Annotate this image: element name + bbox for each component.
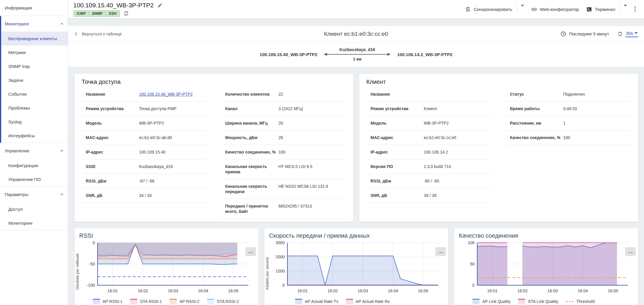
info-value: Точка доступа PMP <box>139 106 207 111</box>
svg-text:16:02: 16:02 <box>517 288 528 293</box>
info-value: 100.109.15.40 <box>139 149 207 155</box>
info-grid: НазваниеРежим устройстваКлиентМодельWB-3… <box>366 87 631 203</box>
sidebar-item-snmp-trap[interactable]: SNMP trap <box>1 59 68 73</box>
chevron-up-icon <box>60 22 64 26</box>
sidebar-item-проблемы[interactable]: Проблемы <box>1 101 68 115</box>
info-value: 39 / 39 <box>424 193 491 198</box>
svg-text:16:05: 16:05 <box>418 288 428 293</box>
more-menu-button[interactable] <box>632 4 639 14</box>
card-title: Точка доступа <box>82 79 346 85</box>
sidebar-item-метрики[interactable]: Метрики <box>1 45 68 59</box>
legend-item-ap-actual-rate-tx[interactable]: AP Actual Rate Tx <box>295 299 338 304</box>
sidebar-group-управление[interactable]: Управление <box>0 143 68 159</box>
ap-node-label[interactable]: 100.109.15.40_WB-3P-PTP2 <box>260 52 317 57</box>
web-configurator-label: Web-конфигуратор <box>540 7 579 12</box>
info-label: MAC-адрес <box>370 135 424 140</box>
info-label: Статус <box>510 92 563 97</box>
chart-menu-button-speed[interactable]: … <box>435 247 446 256</box>
chart-plot-speed: 010002000300016:0116:0216:0316:0416:05 <box>273 241 441 298</box>
sidebar-group-информация[interactable]: Информация <box>0 0 68 16</box>
info-value: 100 <box>563 135 631 140</box>
legend-item-ap-actual-rate-rx[interactable]: AP Actual Rate Rx <box>346 299 390 304</box>
info-label: Ширина канала, МГц <box>225 120 279 126</box>
sync-dropdown-button[interactable] <box>517 4 528 14</box>
chart-menu-button-rssi[interactable]: … <box>245 247 256 256</box>
sidebar-item-беспроводные-клиенты[interactable]: Беспроводные клиенты <box>1 32 68 45</box>
info-label: Режим устройства <box>370 106 424 111</box>
info-value: WB-3P-PTP2 <box>139 120 207 126</box>
terminal-button[interactable]: Терминал <box>582 4 619 15</box>
sidebar-item-управление-по[interactable]: Управление ПО <box>0 172 68 186</box>
sync-play-icon <box>465 6 471 12</box>
legend-item-sta-rssi-2[interactable]: STA RSSI-2 <box>207 299 239 304</box>
svg-text:3000: 3000 <box>276 241 285 245</box>
info-value: WB-3P-PTP2 <box>424 120 491 126</box>
info-table-left: НазваниеРежим устройстваКлиентМодельWB-3… <box>366 87 492 203</box>
refresh-interval-select[interactable]: 30s <box>625 31 638 37</box>
info-grid: Название100.109.15.40_WB-3P-PTP2Режим ус… <box>82 87 346 219</box>
sidebar-group-мониторинг[interactable]: Мониторинг <box>1 16 68 32</box>
refresh-icon <box>617 31 623 37</box>
info-row-модель: МодельWB-3P-PTP2 <box>82 116 207 131</box>
info-row-ip-адрес: IP-адрес100.106.14.2 <box>366 145 492 159</box>
edit-pencil-icon[interactable] <box>157 3 163 8</box>
charts-row: RSSIDecibels per milliwatt0-50-10016:011… <box>68 222 644 305</box>
legend-item-sta-link-quality[interactable]: STA Link Quality <box>518 299 558 304</box>
terminal-dropdown-button[interactable] <box>620 4 630 14</box>
badges-refresh-icon[interactable] <box>123 11 129 16</box>
double-arrow-icon <box>323 53 391 56</box>
legend-item-ap-link-quality[interactable]: AP Link Quality <box>473 299 510 304</box>
info-label: Модель <box>370 120 424 126</box>
legend-item-threshold[interactable]: Threshold <box>566 299 595 304</box>
client-node-label[interactable]: 100.106.14.2_WB-3P-PTP2 <box>397 52 452 57</box>
legend-item-ap-rssi-1[interactable]: AP RSSI-1 <box>93 299 122 304</box>
svg-text:16:03: 16:03 <box>357 288 368 293</box>
web-configurator-button[interactable]: Web-конфигуратор <box>528 4 582 15</box>
chart-menu-button-quality[interactable]: … <box>625 247 636 256</box>
legend-label: AP Actual Rate Tx <box>305 299 338 304</box>
topbar: 100.109.15.40_WB-3P-PTP2 ICMP SNMP SSH С… <box>68 0 644 18</box>
legend-swatch-icon <box>130 299 137 304</box>
legend-swatch-icon <box>207 299 214 304</box>
info-label: SSID <box>86 164 139 169</box>
chart-card-speed: Скорость передачи / приема данныхKilobit… <box>264 228 448 305</box>
sidebar-item-события[interactable]: События <box>1 87 68 101</box>
sidebar-item-интерфейсы[interactable]: Интерфейсы <box>1 129 68 143</box>
sidebar-item-мониторинг[interactable]: Мониторинг <box>0 216 68 230</box>
svg-text:2000: 2000 <box>276 255 285 259</box>
sidebar-item-конфигурации[interactable]: Конфигурации <box>0 159 68 172</box>
info-label: Время работы <box>510 106 563 111</box>
sidebar-item-доступ[interactable]: Доступ <box>0 202 68 216</box>
info-row-ширина-канала-мгц: Ширина канала, МГц20 <box>221 116 347 131</box>
info-value: 3 (2422 МГц) <box>279 106 346 111</box>
legend-label: STA RSSI-2 <box>217 299 239 304</box>
sidebar-item-задачи[interactable]: Задачи <box>1 73 68 87</box>
info-value: 2.3.0 build 714 <box>424 164 491 169</box>
svg-text:0: 0 <box>472 283 475 288</box>
sidebar-group-параметры[interactable]: Параметры <box>0 187 68 202</box>
legend-item-ap-rssi-2[interactable]: AP RSSI-2 <box>170 299 199 304</box>
info-cards-row: Точка доступаНазвание100.109.15.40_WB-3P… <box>68 67 644 222</box>
chevron-up-icon <box>60 149 64 153</box>
sidebar-item-syslog[interactable]: Syslog <box>1 115 68 129</box>
legend-item-sta-rssi-1[interactable]: STA RSSI-1 <box>130 299 162 304</box>
info-row-статус: СтатусПодключен <box>506 87 631 102</box>
back-to-table-button[interactable]: Вернуться к таблице <box>74 32 122 36</box>
refresh-interval-control[interactable]: 30s <box>617 31 638 37</box>
device-link[interactable]: 100.109.15.40_WB-3P-PTP2 <box>139 92 192 97</box>
svg-text:50: 50 <box>470 262 475 266</box>
info-label: Канал <box>225 106 279 111</box>
info-label: SNR, дБ <box>86 193 139 198</box>
time-range-button[interactable]: Последние 5 минут <box>560 31 609 37</box>
info-table-right: Количество клиентов22Канал3 (2422 МГц)Ши… <box>221 87 347 219</box>
info-row-режим-устройства: Режим устройстваТочка доступа PMP <box>82 102 207 116</box>
chart-title-rssi: RSSI <box>79 232 255 239</box>
info-label: Режим устройства <box>86 106 139 111</box>
sidebar-section-параметры: ПараметрыДоступМониторинг <box>0 187 68 230</box>
link-diagram: 100.109.15.40_WB-3P-PTP2 Kuzbasskaya_d16… <box>68 42 644 67</box>
sync-button[interactable]: Синхронизировать <box>461 4 516 15</box>
info-value: Клиент <box>424 106 491 111</box>
info-table-left: Название100.109.15.40_WB-3P-PTP2Режим ус… <box>82 87 207 219</box>
info-row-время-работы: Время работы0:48:20 <box>506 102 631 116</box>
info-table-right: СтатусПодключенВремя работы0:48:20Рассто… <box>506 87 631 203</box>
